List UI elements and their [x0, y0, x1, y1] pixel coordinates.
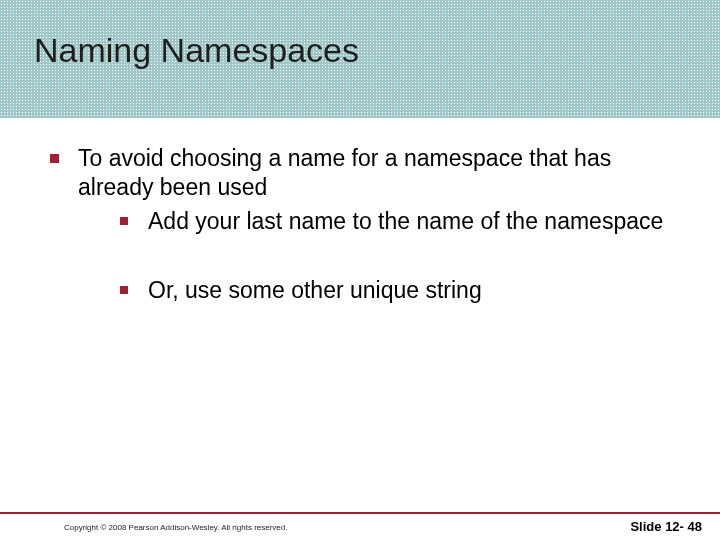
- content-area: To avoid choosing a name for a namespace…: [50, 144, 670, 306]
- square-bullet-icon: [120, 217, 128, 225]
- copyright-text: Copyright © 2008 Pearson Addison-Wesley.…: [64, 523, 288, 532]
- title-band: Naming Namespaces: [0, 0, 720, 118]
- sub-bullets: Add your last name to the name of the na…: [78, 207, 670, 306]
- bullet-level2: Add your last name to the name of the na…: [120, 207, 670, 236]
- bullet-text: Or, use some other unique string: [148, 277, 482, 303]
- square-bullet-icon: [120, 286, 128, 294]
- bullet-level2: Or, use some other unique string: [120, 276, 670, 305]
- bullet-text: Add your last name to the name of the na…: [148, 208, 663, 234]
- slide-title: Naming Namespaces: [34, 32, 359, 69]
- square-bullet-icon: [50, 154, 59, 163]
- slide-number: Slide 12- 48: [630, 519, 702, 534]
- slide: Naming Namespaces To avoid choosing a na…: [0, 0, 720, 540]
- bullet-level1: To avoid choosing a name for a namespace…: [50, 144, 670, 306]
- bullet-text: To avoid choosing a name for a namespace…: [78, 145, 611, 200]
- footer: Copyright © 2008 Pearson Addison-Wesley.…: [0, 512, 720, 540]
- footer-divider: [0, 512, 720, 514]
